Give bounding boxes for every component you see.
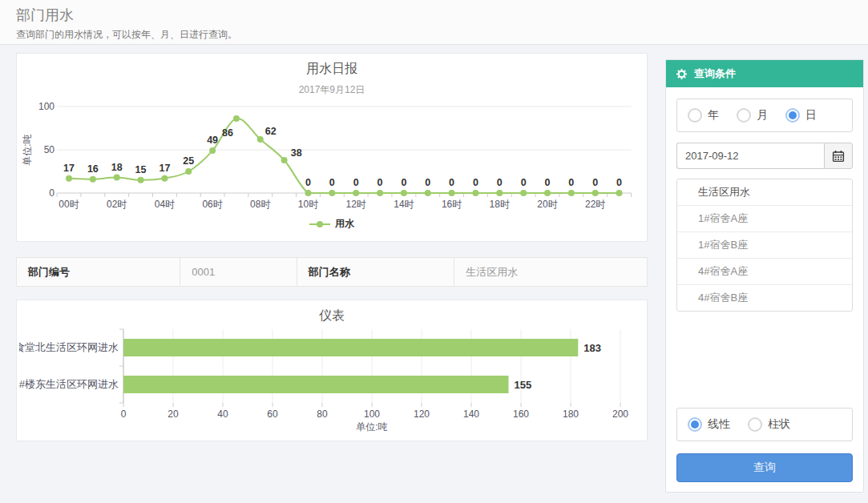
data-point-label: 18 [111,162,123,173]
data-point[interactable] [616,190,623,196]
x-tick-label: 16时 [442,199,462,210]
data-point-label: 0 [329,177,335,188]
data-point-label: 0 [616,177,622,188]
radio-icon[interactable] [748,417,762,432]
tree-item[interactable]: 4#宿舍B座 [677,285,852,311]
date-picker-row [676,143,853,169]
data-point-label: 49 [207,135,218,146]
radio-icon[interactable] [688,108,702,123]
y-tick-label: 100 [38,101,55,112]
x-tick-label: 00时 [59,199,79,210]
x-tick-label: 0 [121,408,127,420]
data-point[interactable] [233,115,240,122]
data-point[interactable] [568,190,575,196]
data-point[interactable] [472,190,478,196]
data-point[interactable] [114,175,120,181]
data-point[interactable] [401,190,407,196]
radio-label: 柱状 [768,417,790,432]
data-point[interactable] [425,190,431,196]
data-point[interactable] [281,157,288,163]
data-point-label: 17 [63,163,75,174]
x-tick-label: 180 [563,408,579,420]
x-tick-label: 20时 [537,199,557,210]
data-point[interactable] [185,168,192,175]
period-option[interactable]: 年 [688,108,719,123]
tree-item[interactable]: 生活区用水 [677,179,852,206]
period-option[interactable]: 月 [737,108,768,123]
data-point[interactable] [377,190,383,196]
x-tick-label: 160 [513,408,529,420]
data-point[interactable] [353,190,359,196]
meters-bar-chart[interactable]: 020406080100120140160180200单位:吨183食堂北生活区… [19,324,644,435]
y-tick-label: 0 [49,187,55,199]
query-panel-body: 年月日 生活区用水1#宿舍A座1#宿舍B座4# [666,87,863,492]
x-tick-label: 06时 [202,199,222,210]
dept-code-value: 0001 [180,258,297,286]
x-tick-label: 08时 [250,199,270,210]
x-tick-label: 140 [463,408,479,420]
legend-label: 用水 [335,217,354,231]
y-axis-name: 单位:吨 [22,134,33,165]
period-option[interactable]: 日 [785,108,817,123]
data-point-label: 0 [497,177,503,188]
chart-type-option[interactable]: 线性 [688,417,730,432]
line-chart-subtitle: 2017年9月12日 [17,83,647,97]
x-tick-label: 20 [168,408,179,420]
query-button[interactable]: 查询 [676,453,853,482]
meter-bar[interactable] [123,376,509,393]
data-point-label: 62 [265,126,277,137]
x-tick-label: 120 [414,408,430,420]
bar-chart-title: 仪表 [17,308,647,324]
meter-bar[interactable] [123,339,578,356]
chart-type-radio-group: 线性柱状 [676,408,853,441]
radio-icon[interactable] [688,417,702,432]
data-point[interactable] [66,175,72,182]
data-point[interactable] [449,190,455,196]
x-tick-label: 200 [612,408,628,420]
bar-value-label: 155 [515,379,532,391]
line-chart-title: 用水日报 [17,61,647,78]
data-point-label: 16 [87,163,99,175]
line-chart-legend: 用水 [17,217,647,231]
x-tick-label: 100 [364,408,380,420]
x-tick-label: 10时 [298,199,318,210]
data-point[interactable] [592,190,599,196]
radio-icon[interactable] [737,108,751,123]
x-tick-label: 18时 [490,199,510,210]
data-point[interactable] [496,190,503,196]
legend-item-usage[interactable]: 用水 [309,217,354,231]
x-tick-label: 12时 [346,199,366,210]
x-tick-label: 80 [317,408,328,420]
line-series-icon [309,220,330,228]
data-point-label: 0 [425,177,430,188]
radio-label: 线性 [708,417,730,432]
daily-usage-line-chart[interactable]: 050100单位:吨00时02时04时06时08时10时12时14时16时18时… [19,97,644,217]
tree-item[interactable]: 1#宿舍A座 [677,206,852,232]
data-point[interactable] [305,190,312,196]
data-point[interactable] [329,190,335,196]
data-point[interactable] [209,147,216,154]
data-point[interactable] [90,176,96,183]
radio-icon[interactable] [785,108,800,123]
date-input[interactable] [676,143,824,169]
data-point[interactable] [257,136,264,143]
data-point-label: 25 [183,155,194,167]
query-panel: 查询条件 年月日 [665,59,864,493]
chart-type-option[interactable]: 柱状 [748,417,790,432]
data-point[interactable] [138,177,144,183]
radio-label: 年 [708,108,719,123]
calendar-button[interactable] [824,143,853,169]
data-point-label: 0 [401,177,406,188]
department-info-table: 部门编号 0001 部门名称 生活区用水 [16,257,648,287]
x-tick-label: 22时 [585,199,605,210]
tree-item[interactable]: 1#宿舍B座 [677,232,852,259]
data-point[interactable] [161,175,168,182]
usage-line [69,119,620,193]
x-tick-label: 14时 [394,199,414,210]
data-point[interactable] [520,190,527,196]
radio-label: 月 [757,108,768,123]
tree-item[interactable]: 4#宿舍A座 [677,259,852,285]
calendar-icon [832,150,845,163]
data-point[interactable] [544,190,551,196]
radio-label: 日 [805,108,817,123]
